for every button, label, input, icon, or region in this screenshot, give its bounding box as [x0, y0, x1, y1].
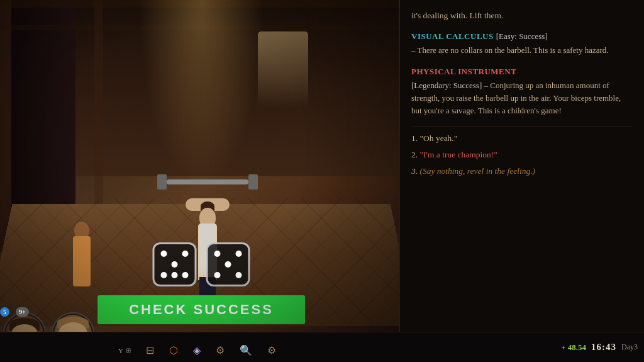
toolbar-btn-settings[interactable]: ⚙	[211, 342, 230, 359]
dot-empty	[225, 272, 231, 278]
choice-2[interactable]: 2. "I'm a true champion!"	[411, 148, 633, 162]
skill-name-2: PHYSICAL INSTRUMENT	[411, 67, 516, 76]
choice-3-num: 3.	[411, 166, 418, 176]
toolbar-right: + 48.54 16:43 Day3	[561, 342, 638, 353]
dot	[236, 251, 242, 257]
dot	[214, 251, 221, 257]
npc-character	[63, 198, 101, 286]
dice-area[interactable]	[153, 242, 250, 286]
dot	[172, 272, 178, 278]
die-2[interactable]	[206, 242, 250, 286]
choice-3[interactable]: 3. (Say nothing, revel in the feeling.)	[411, 164, 633, 178]
choice-1[interactable]: 1. "Oh yeah."	[411, 132, 633, 145]
dot	[236, 272, 242, 278]
choice-2-num: 2.	[411, 150, 418, 159]
toolbar-btn-diamond[interactable]: ◈	[188, 342, 206, 359]
skill-header-1: VISUAL CALCULUS [Easy: Success]	[411, 30, 633, 42]
choice-2-label: "I'm a true champion!"	[420, 150, 497, 159]
money-display: + 48.54	[561, 342, 586, 353]
diamond-icon: ◈	[193, 344, 201, 356]
choice-3-label: (Say nothing, revel in the feeling.)	[420, 166, 536, 176]
npc-body	[73, 236, 91, 286]
y-icon: Y	[118, 347, 123, 354]
check-success-banner[interactable]: CHECK SUCCESS	[97, 295, 305, 324]
skill-result-2: [Legendary: Success]	[411, 81, 482, 90]
separator	[411, 126, 633, 127]
skill-badge-blue: 5	[0, 307, 9, 317]
barbell	[167, 179, 248, 184]
game-scene: CHECK SUCCESS 5 9+	[0, 0, 402, 362]
skill-block-physical-instrument: PHYSICAL INSTRUMENT [Legendary: Success]…	[411, 65, 633, 117]
dot-empty	[225, 251, 231, 257]
intro-text: it's dealing with. Lift them.	[411, 9, 633, 23]
window-glow	[258, 31, 308, 107]
skill-badge-plus: 9+	[16, 307, 29, 317]
skill-block-visual-calculus: VISUAL CALCULUS [Easy: Success] – There …	[411, 30, 633, 57]
toolbar-btn-map[interactable]: ⬡	[164, 342, 183, 359]
settings-icon: ⚙	[216, 344, 225, 356]
dot-empty	[182, 261, 189, 268]
ceiling-light	[138, 0, 264, 189]
toolbar-btn-extra[interactable]: ⚙	[262, 342, 281, 359]
dot-empty	[214, 261, 221, 268]
die-1[interactable]	[153, 242, 197, 286]
skill-desc-1: – There are no collars on the barbell. T…	[411, 44, 633, 57]
dot-empty	[172, 251, 178, 257]
right-panel: it's dealing with. Lift them. VISUAL CAL…	[399, 0, 644, 362]
dot	[182, 251, 189, 257]
grid-icon: ⊞	[126, 347, 131, 354]
day-display: Day3	[621, 342, 638, 352]
extra-icon: ⚙	[267, 344, 276, 356]
map-icon: ⬡	[169, 344, 178, 356]
toolbar-icons-row: Y ⊞ ⊟ ⬡ ◈ ⚙ 🔍 ⚙	[113, 342, 281, 359]
toolbar-btn-search[interactable]: 🔍	[235, 342, 257, 359]
skill-desc-2: [Legendary: Success] – Conjuring up an i…	[411, 79, 633, 117]
dot-empty	[161, 261, 167, 268]
time-display: 16:43	[591, 342, 616, 353]
choice-1-label: "Oh yeah."	[420, 133, 458, 143]
dot-empty	[236, 261, 242, 268]
dot	[225, 261, 231, 268]
dot	[161, 272, 167, 278]
choice-1-num: 1.	[411, 133, 418, 143]
dot	[214, 272, 221, 278]
dot	[161, 251, 167, 257]
skill-result-text-1: [Easy: Success]	[496, 31, 548, 41]
inventory-icon: ⊟	[146, 344, 154, 356]
search-icon: 🔍	[240, 344, 252, 356]
skill-header-2: PHYSICAL INSTRUMENT	[411, 65, 633, 77]
panel-scroll[interactable]: it's dealing with. Lift them. VISUAL CAL…	[400, 0, 644, 362]
dot	[182, 272, 189, 278]
toolbar-btn-y[interactable]: Y ⊞	[113, 344, 136, 357]
toolbar-btn-inventory[interactable]: ⊟	[141, 342, 159, 359]
skill-name-1: VISUAL CALCULUS	[411, 31, 494, 41]
bottom-toolbar: + 48.54 16:43 Day3	[0, 332, 644, 362]
dot	[172, 261, 178, 268]
